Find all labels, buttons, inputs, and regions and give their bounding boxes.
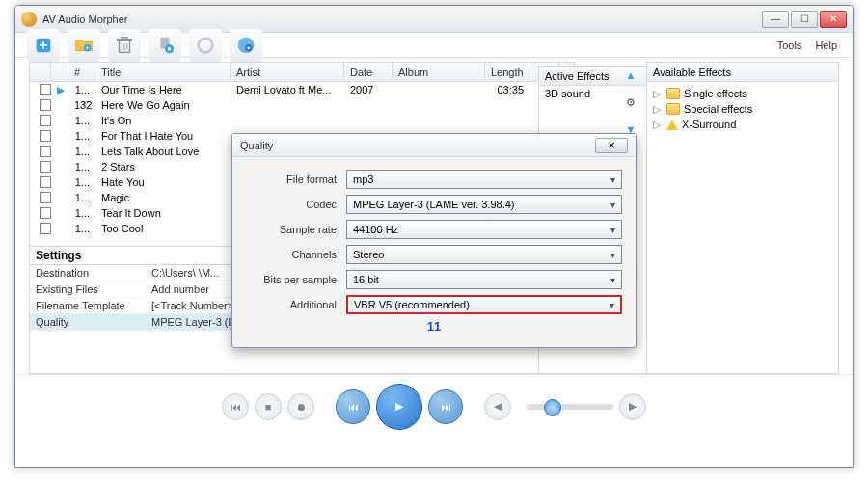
add-folder-button[interactable] [68, 29, 100, 62]
row-checkbox[interactable] [40, 146, 51, 157]
gear-icon[interactable]: ⚙ [621, 93, 640, 112]
dialog-titlebar[interactable]: Quality ✕ [232, 134, 636, 157]
row-checkbox[interactable] [40, 161, 51, 173]
close-button[interactable]: ✕ [820, 11, 847, 28]
row-checkbox[interactable] [40, 223, 51, 234]
row-checkbox[interactable] [40, 130, 51, 142]
additional-select[interactable]: VBR V5 (recommended) [346, 295, 622, 314]
svg-point-6 [238, 37, 255, 53]
row-checkbox[interactable] [40, 176, 51, 188]
codec-select[interactable]: MPEG Layer-3 (LAME ver. 3.98.4) [346, 195, 622, 214]
player-bar: ⏮ ■ ⏺ ⏮ ▶ ⏭ ◀ ▶ [15, 374, 853, 438]
row-checkbox[interactable] [40, 84, 51, 95]
rewind-start-button[interactable]: ⏮ [222, 393, 249, 420]
expand-icon[interactable]: ▷ [653, 103, 663, 116]
table-row[interactable]: 1...It's On [30, 113, 558, 128]
menu-help[interactable]: Help [815, 40, 837, 51]
channels-select[interactable]: Stereo [346, 245, 622, 264]
add-file-button[interactable] [27, 29, 60, 62]
dialog-close-button[interactable]: ✕ [595, 138, 628, 153]
tree-item[interactable]: ▷X-Surround [653, 117, 832, 132]
play-button[interactable]: ▶ [376, 384, 422, 430]
minimize-button[interactable]: — [762, 11, 789, 28]
folder-icon [666, 103, 680, 115]
tree-item[interactable]: ▷Special effects [653, 101, 832, 117]
table-row[interactable]: ▶ 1...Our Time Is HereDemi Lovato ft Me.… [30, 82, 558, 97]
svg-point-4 [168, 46, 172, 50]
settings-button[interactable] [149, 29, 181, 62]
convert-button[interactable] [230, 29, 262, 62]
col-num[interactable]: # [68, 63, 95, 81]
row-checkbox[interactable] [40, 207, 51, 219]
annotation-label: 11 [246, 319, 622, 334]
refresh-button[interactable] [189, 29, 222, 62]
row-checkbox[interactable] [40, 192, 51, 203]
row-checkbox[interactable] [40, 99, 51, 111]
dialog-title: Quality [240, 140, 595, 151]
stop-button[interactable]: ■ [255, 393, 282, 420]
expand-icon[interactable]: ▷ [653, 119, 663, 131]
col-title[interactable]: Title [95, 63, 231, 81]
svg-point-8 [247, 46, 250, 49]
available-effects-header: Available Effects [647, 63, 838, 82]
warn-icon [666, 120, 678, 130]
available-effects-tree[interactable]: ▷Single effects▷Special effects▷X-Surrou… [647, 82, 838, 136]
svg-point-5 [199, 38, 213, 52]
volume-slider[interactable] [527, 404, 613, 410]
col-date[interactable]: Date [344, 63, 393, 81]
delete-button[interactable] [108, 29, 141, 62]
expand-icon[interactable]: ▷ [653, 88, 663, 100]
window-title: AV Audio Morpher [42, 13, 762, 25]
next-button[interactable]: ⏭ [428, 389, 463, 424]
available-effects-panel: Available Effects ▷Single effects▷Specia… [646, 62, 839, 374]
bits-select[interactable]: 16 bit [346, 270, 622, 289]
table-row[interactable]: 132Here We Go Again [30, 97, 558, 113]
file-format-select[interactable]: mp3 [346, 170, 622, 189]
record-button[interactable]: ⏺ [287, 393, 314, 420]
sample-rate-select[interactable]: 44100 Hz [346, 220, 622, 239]
playing-icon: ▶ [57, 84, 65, 95]
prev-button[interactable]: ⏮ [336, 389, 370, 424]
col-album[interactable]: Album [393, 63, 485, 81]
menu-tools[interactable]: Tools [777, 40, 802, 51]
maximize-button[interactable]: ☐ [791, 11, 818, 28]
track-header: # Title Artist Date Album Length [30, 63, 558, 82]
menubar: Tools Help [15, 33, 853, 58]
quality-dialog: Quality ✕ File formatmp3 CodecMPEG Layer… [231, 133, 637, 348]
volume-up-button[interactable]: ▶ [619, 393, 646, 420]
folder-icon [666, 88, 680, 99]
row-checkbox[interactable] [40, 115, 51, 126]
tree-item[interactable]: ▷Single effects [653, 86, 832, 101]
col-length[interactable]: Length [485, 63, 529, 81]
volume-down-button[interactable]: ◀ [484, 393, 511, 420]
col-artist[interactable]: Artist [231, 63, 344, 81]
arrow-up-icon[interactable]: ▲ [621, 66, 640, 85]
